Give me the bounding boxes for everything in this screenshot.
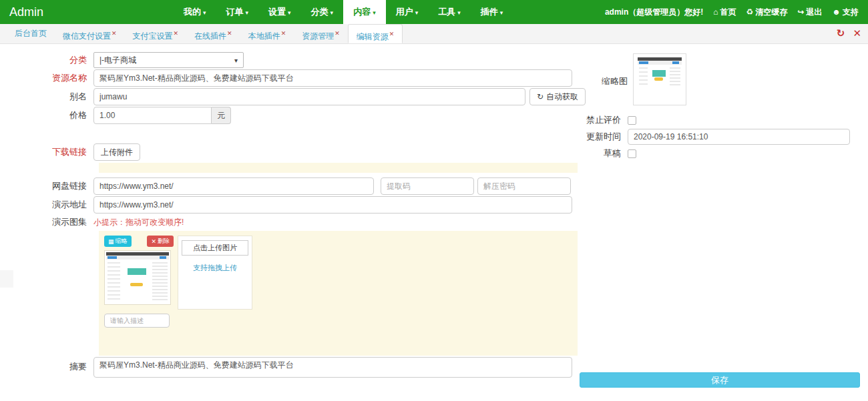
save-button[interactable]: 保存 <box>580 372 860 388</box>
resource-name-label: 资源名称 <box>0 72 93 84</box>
demo-url-row: 演示地址 <box>0 196 572 214</box>
close-all-icon[interactable]: ✕ <box>853 27 861 39</box>
menu-item-orders[interactable]: 订单▾ <box>216 0 259 24</box>
tab-edit-resource[interactable]: 编辑资源✕ <box>348 24 403 43</box>
tab-resource-manage[interactable]: 资源管理✕ <box>294 24 348 43</box>
extract-code-input[interactable] <box>381 177 474 195</box>
admin-page: Admin 我的▾ 订单▾ 设置▾ 分类▾ 内容▾ 用户▾ 工具▾ 插件▾ ad… <box>0 0 868 401</box>
upload-image-button[interactable]: 点击上传图片 <box>182 240 248 256</box>
close-icon: ✕ <box>151 238 156 245</box>
menu-item-tools[interactable]: 工具▾ <box>428 0 471 24</box>
user-greeting: admin（超级管理员）您好! <box>605 7 703 18</box>
close-icon[interactable]: ✕ <box>227 30 232 37</box>
no-comment-row: 禁止评价 <box>548 114 636 126</box>
menu-item-content[interactable]: 内容▾ <box>343 0 386 24</box>
menu-item-categories[interactable]: 分类▾ <box>301 0 344 24</box>
update-time-input[interactable] <box>628 129 850 145</box>
edge-artifact <box>0 270 13 288</box>
drag-upload-hint: 支持拖拽上传 <box>178 263 252 273</box>
chevron-down-icon: ▾ <box>500 9 503 16</box>
alias-label: 别名 <box>0 91 93 103</box>
main-menu: 我的▾ 订单▾ 设置▾ 分类▾ 内容▾ 用户▾ 工具▾ 插件▾ <box>174 0 513 24</box>
menu-item-settings[interactable]: 设置▾ <box>258 0 301 24</box>
price-label: 价格 <box>0 109 93 121</box>
trash-icon: ♻ <box>746 7 754 17</box>
tab-online-plugins[interactable]: 在线插件✕ <box>186 24 240 43</box>
download-link-row: 下载链接 上传附件 <box>0 143 140 161</box>
thumbnail-card[interactable] <box>633 53 686 105</box>
menu-item-mine[interactable]: 我的▾ <box>174 0 216 24</box>
netdisk-row: 网盘链接 <box>0 177 571 195</box>
tab-dashboard[interactable]: 后台首页 <box>7 24 55 43</box>
chevron-down-icon: ▾ <box>246 9 249 16</box>
gallery-tip-row: 演示图集 小提示：拖动可改变顺序! <box>0 216 184 228</box>
tab-local-plugins[interactable]: 本地插件✕ <box>240 24 294 43</box>
tab-wechat-pay[interactable]: 微信支付设置✕ <box>55 24 125 43</box>
delete-image-button[interactable]: ✕删除 <box>147 236 174 247</box>
no-comment-checkbox[interactable] <box>628 116 636 125</box>
refresh-icon[interactable]: ↻ <box>837 27 845 39</box>
demo-url-input[interactable] <box>93 196 572 214</box>
set-thumbnail-button[interactable]: ▦缩略 <box>104 236 132 247</box>
netdisk-label: 网盘链接 <box>0 180 93 192</box>
unzip-password-input[interactable] <box>477 177 571 195</box>
price-input[interactable] <box>93 107 212 124</box>
tab-alipay[interactable]: 支付宝设置✕ <box>125 24 187 43</box>
menu-item-plugins[interactable]: 插件▾ <box>471 0 513 24</box>
chevron-down-icon: ▾ <box>203 9 206 16</box>
gallery-image-card: ▦缩略 ✕删除 <box>104 236 174 328</box>
summary-row: 摘要 聚码屋Ym3.Net-精品商业源码、免费建站源码下载平台 <box>0 357 572 378</box>
close-icon[interactable]: ✕ <box>174 30 179 37</box>
demo-url-label: 演示地址 <box>0 199 93 211</box>
chevron-down-icon: ▾ <box>331 9 334 16</box>
home-icon: ⌂ <box>713 7 718 17</box>
gallery-card-buttons: ▦缩略 ✕删除 <box>104 236 174 247</box>
draft-label: 草稿 <box>548 147 628 159</box>
chevron-down-icon: ▾ <box>288 9 291 16</box>
resource-name-input[interactable] <box>93 69 572 87</box>
refresh-icon: ↻ <box>537 92 544 101</box>
support-link[interactable]: ☻支持 <box>832 7 859 18</box>
summary-label: 摘要 <box>0 357 93 373</box>
navbar-right: admin（超级管理员）您好! ⌂首页 ♻清空缓存 ↪退出 ☻支持 <box>605 0 868 24</box>
user-icon: ☻ <box>832 7 841 17</box>
draft-row: 草稿 <box>548 147 636 159</box>
logout-link[interactable]: ↪退出 <box>797 7 822 18</box>
upload-attachment-button[interactable]: 上传附件 <box>93 143 140 161</box>
menu-item-users[interactable]: 用户▾ <box>386 0 429 24</box>
home-link[interactable]: ⌂首页 <box>713 7 736 18</box>
upload-card: 点击上传图片 支持拖拽上传 <box>178 236 252 310</box>
chevron-down-icon: ▾ <box>373 9 376 16</box>
netdisk-url-input[interactable] <box>93 177 374 195</box>
gallery-tip: 小提示：拖动可改变顺序! <box>93 217 184 228</box>
close-icon[interactable]: ✕ <box>281 30 286 37</box>
auto-fetch-button[interactable]: ↻ 自动获取 <box>529 88 586 105</box>
attachment-empty-strip <box>99 163 578 173</box>
resource-name-row: 资源名称 <box>0 69 572 87</box>
gallery-label: 演示图集 <box>0 216 93 228</box>
chevron-down-icon: ▾ <box>415 9 419 16</box>
close-icon[interactable]: ✕ <box>389 31 395 37</box>
thumbnail-label: 缩略图 <box>548 75 628 87</box>
thumbnail-preview <box>638 57 682 88</box>
gallery-image[interactable] <box>104 250 171 305</box>
summary-textarea[interactable]: 聚码屋Ym3.Net-精品商业源码、免费建站源码下载平台 <box>93 357 572 378</box>
gallery-area: ▦缩略 ✕删除 点击上传图片 支持拖拽上传 <box>99 231 578 356</box>
image-description-input[interactable] <box>104 314 170 328</box>
chevron-down-icon: ▾ <box>457 9 461 16</box>
logout-icon: ↪ <box>797 7 804 17</box>
chevron-down-icon: ▾ <box>234 57 238 64</box>
close-icon[interactable]: ✕ <box>335 30 340 37</box>
brand-logo: Admin <box>0 0 100 24</box>
clear-cache-link[interactable]: ♻清空缓存 <box>746 7 788 18</box>
update-time-row: 更新时间 <box>548 129 850 145</box>
price-unit: 元 <box>212 107 231 124</box>
no-comment-label: 禁止评价 <box>548 114 628 126</box>
draft-checkbox[interactable] <box>628 149 636 158</box>
category-row: 分类 |-电子商城 ▾ <box>0 52 244 68</box>
close-icon[interactable]: ✕ <box>112 30 117 37</box>
category-label: 分类 <box>0 54 93 66</box>
image-icon: ▦ <box>108 238 114 245</box>
alias-input[interactable] <box>93 88 525 105</box>
category-select[interactable]: |-电子商城 ▾ <box>93 52 244 68</box>
